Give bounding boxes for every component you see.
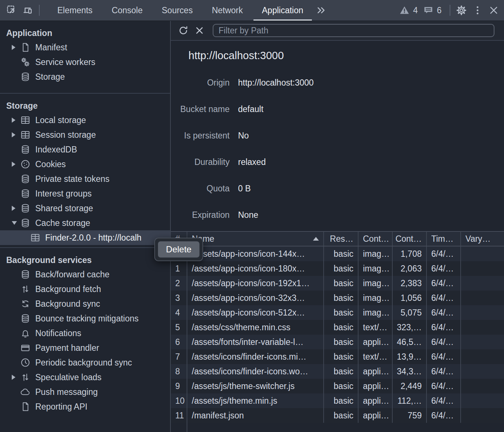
expander-right-icon[interactable] bbox=[12, 162, 15, 167]
tab-elements[interactable]: Elements bbox=[48, 0, 102, 21]
sidebar-item-manifest[interactable]: Manifest bbox=[0, 40, 170, 55]
column-header-name[interactable]: Name bbox=[187, 232, 324, 246]
cell-vary bbox=[461, 379, 504, 393]
column-header-cont[interactable]: Cont… bbox=[359, 232, 393, 246]
sidebar-item-speculative-loads[interactable]: Speculative loads bbox=[0, 370, 170, 385]
cache-entry-row-8[interactable]: 8/assets/icons/finder-icons.wo…basicappl… bbox=[171, 364, 504, 379]
cell-name: /assets/css/theme.min.css bbox=[187, 320, 324, 335]
sidebar-item-local-storage[interactable]: Local storage bbox=[0, 113, 170, 127]
cell-res: basic bbox=[324, 379, 359, 393]
cell-name: /assets/app-icons/icon-512x… bbox=[187, 305, 324, 320]
meta-value: default bbox=[238, 104, 263, 114]
meta-value: None bbox=[238, 210, 258, 220]
cache-entry-row-5[interactable]: 5/assets/css/theme.min.cssbasictext/…323… bbox=[171, 320, 504, 335]
cell-time: 6/4/… bbox=[427, 291, 461, 305]
cache-entry-row-2[interactable]: 2/assets/app-icons/icon-192x1…basicimag…… bbox=[171, 276, 504, 291]
sidebar-item-background-sync[interactable]: Background sync bbox=[0, 296, 170, 311]
column-header-vary[interactable]: Vary… bbox=[461, 232, 504, 246]
expander-slot bbox=[12, 221, 20, 225]
sidebar-item-cache-storage[interactable]: Cache storage bbox=[0, 216, 170, 230]
tab-network[interactable]: Network bbox=[202, 0, 252, 21]
warnings-badge[interactable]: 4 bbox=[399, 5, 423, 16]
cache-entry-row-10[interactable]: 10/assets/js/theme.min.jsbasicappli…112,… bbox=[171, 393, 504, 408]
column-header-cont[interactable]: Cont… bbox=[393, 232, 427, 246]
sidebar-item-reporting-api[interactable]: Reporting API bbox=[0, 399, 170, 414]
sidebar-item-finder-2-0-0-http-localh[interactable]: Finder-2.0.0 - http://localh bbox=[0, 230, 170, 245]
file-icon bbox=[20, 402, 30, 412]
column-header-label: Cont… bbox=[395, 234, 422, 244]
filter-by-path-input[interactable] bbox=[213, 24, 494, 37]
expander-slot bbox=[12, 132, 20, 137]
cell-name: /assets/fonts/inter-variable-l… bbox=[187, 335, 324, 349]
cell-vary bbox=[461, 364, 504, 379]
payment-card-icon bbox=[20, 343, 30, 353]
cell-num: 9 bbox=[171, 379, 187, 393]
column-header-res[interactable]: Res… bbox=[324, 232, 359, 246]
cache-entry-row-0[interactable]: 0/assets/app-icons/icon-144x…basicimag…1… bbox=[171, 246, 504, 261]
cache-entry-row-7[interactable]: 7/assets/icons/finder-icons.mi…basictext… bbox=[171, 349, 504, 364]
sidebar-item-service-workers[interactable]: Service workers bbox=[0, 55, 170, 69]
cache-entry-row-3[interactable]: 3/assets/app-icons/icon-32x3…basicimag…1… bbox=[171, 291, 504, 305]
expander-right-icon[interactable] bbox=[12, 132, 15, 137]
tab-application[interactable]: Application bbox=[252, 0, 313, 21]
cell-type: appli… bbox=[359, 335, 393, 349]
cell-vary bbox=[461, 291, 504, 305]
context-menu-item-delete[interactable]: Delete bbox=[158, 241, 199, 258]
settings-button[interactable] bbox=[453, 1, 469, 19]
refresh-icon bbox=[178, 25, 189, 36]
expander-right-icon[interactable] bbox=[12, 45, 15, 50]
sidebar-item-periodic-background-sync[interactable]: Periodic background sync bbox=[0, 355, 170, 370]
cache-entry-row-4[interactable]: 4/assets/app-icons/icon-512x…basicimag…5… bbox=[171, 305, 504, 320]
sidebar-item-label: Push messaging bbox=[35, 387, 98, 397]
customize-devtools-button[interactable] bbox=[469, 1, 486, 19]
cell-type: text/… bbox=[359, 320, 393, 335]
expander-slot bbox=[12, 118, 20, 123]
inspect-element-button[interactable] bbox=[4, 1, 20, 19]
kebab-menu-icon bbox=[472, 5, 483, 16]
cache-detail-content: http://localhost:3000 Originhttp://local… bbox=[171, 41, 504, 432]
sidebar-item-cookies[interactable]: Cookies bbox=[0, 157, 170, 172]
cell-name: /assets/app-icons/icon-144x… bbox=[187, 246, 324, 261]
database-icon bbox=[20, 313, 30, 324]
sidebar-item-storage[interactable]: Storage bbox=[0, 69, 170, 84]
close-devtools-button[interactable] bbox=[486, 1, 502, 19]
cell-vary bbox=[461, 393, 504, 408]
meta-label: Is persistent bbox=[171, 131, 230, 141]
sidebar-item-label: Reporting API bbox=[35, 402, 87, 412]
sidebar-item-bounce-tracking-mitigations[interactable]: Bounce tracking mitigations bbox=[0, 311, 170, 326]
sidebar-item-push-messaging[interactable]: Push messaging bbox=[0, 385, 170, 399]
expander-right-icon[interactable] bbox=[12, 118, 15, 123]
clear-filter-button[interactable] bbox=[191, 22, 208, 39]
expander-down-icon[interactable] bbox=[12, 221, 17, 225]
meta-label: Durability bbox=[171, 157, 230, 167]
cache-entry-row-11[interactable]: 11/manifest.jsonbasicappli…7596/4/… bbox=[171, 408, 504, 423]
refresh-button[interactable] bbox=[175, 22, 191, 39]
cell-res: basic bbox=[324, 408, 359, 423]
cache-entry-row-6[interactable]: 6/assets/fonts/inter-variable-l…basicapp… bbox=[171, 335, 504, 349]
device-toolbar-button[interactable] bbox=[20, 1, 36, 19]
table-icon bbox=[20, 115, 30, 125]
sidebar-item-label: Periodic background sync bbox=[35, 358, 132, 368]
sidebar-item-payment-handler[interactable]: Payment handler bbox=[0, 341, 170, 355]
cache-entry-row-9[interactable]: 9/assets/js/theme-switcher.jsbasicappli…… bbox=[171, 379, 504, 393]
cell-res: basic bbox=[324, 320, 359, 335]
tab-sources[interactable]: Sources bbox=[152, 0, 202, 21]
sidebar-item-notifications[interactable]: Notifications bbox=[0, 326, 170, 341]
expander-right-icon[interactable] bbox=[12, 206, 15, 211]
sidebar-item-shared-storage[interactable]: Shared storage bbox=[0, 201, 170, 216]
sidebar-item-label: IndexedDB bbox=[35, 145, 77, 155]
sidebar-item-background-fetch[interactable]: Background fetch bbox=[0, 282, 170, 296]
table-icon bbox=[30, 233, 40, 243]
sidebar-item-private-state-tokens[interactable]: Private state tokens bbox=[0, 172, 170, 186]
sidebar-item-indexeddb[interactable]: IndexedDB bbox=[0, 142, 170, 157]
sidebar-item-session-storage[interactable]: Session storage bbox=[0, 127, 170, 142]
column-header-tim[interactable]: Tim… bbox=[427, 232, 461, 246]
sidebar-item-interest-groups[interactable]: Interest groups bbox=[0, 186, 170, 201]
cell-type: imag… bbox=[359, 291, 393, 305]
tab-console[interactable]: Console bbox=[102, 0, 152, 21]
more-tabs-button[interactable] bbox=[313, 1, 329, 19]
sidebar-item-back-forward-cache[interactable]: Back/forward cache bbox=[0, 267, 170, 282]
expander-right-icon[interactable] bbox=[12, 375, 15, 380]
cache-entry-row-1[interactable]: 1/assets/app-icons/icon-180x…basicimag…2… bbox=[171, 261, 504, 276]
console-messages-badge[interactable]: 6 bbox=[423, 5, 447, 16]
